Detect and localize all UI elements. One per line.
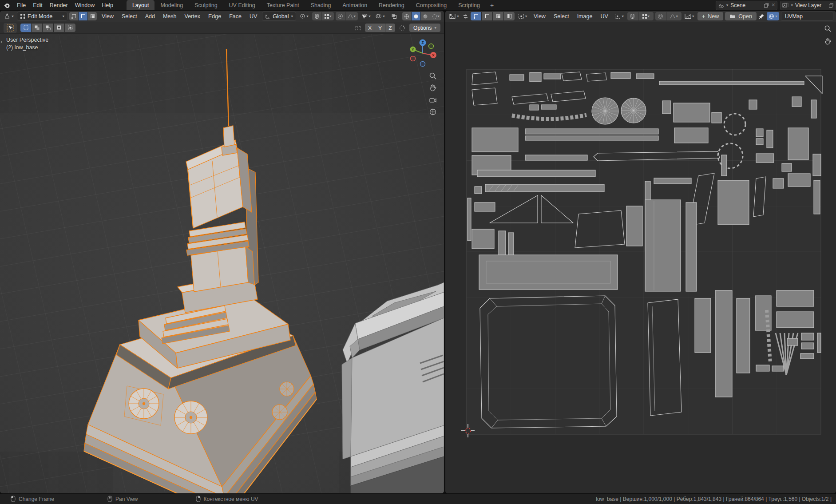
menu-uv[interactable]: UV — [246, 13, 260, 20]
proportional-editing-icon[interactable] — [655, 12, 666, 20]
uvmap-icon — [769, 13, 774, 19]
menu-vertex[interactable]: Vertex — [182, 13, 203, 20]
tab-sculpting[interactable]: Sculpting — [189, 0, 223, 10]
mouse-left-icon — [11, 496, 16, 502]
tab-layout[interactable]: Layout — [127, 0, 155, 10]
open-image-button[interactable]: Open — [725, 12, 757, 20]
options-dropdown[interactable]: Options ▾ — [409, 24, 440, 32]
proportional-editing-icon[interactable] — [336, 12, 345, 20]
uvmap-name-field[interactable]: UVMap — [781, 12, 833, 21]
tab-rendering[interactable]: Rendering — [373, 0, 410, 10]
select-intersect-icon[interactable] — [65, 24, 75, 32]
transform-orientation-dropdown[interactable]: Global ▾ — [262, 12, 296, 21]
falloff-dropdown[interactable]: ▾ — [345, 12, 358, 20]
menu-window[interactable]: Window — [71, 2, 98, 8]
pin-icon[interactable] — [758, 13, 765, 20]
menu-edge[interactable]: Edge — [205, 13, 224, 20]
menu-edit[interactable]: Edit — [29, 2, 46, 8]
active-tool-select-box[interactable] — [4, 23, 17, 33]
uv-island-select-icon[interactable] — [504, 12, 515, 20]
pivot-point-dropdown[interactable]: ▾ — [298, 12, 310, 20]
chevron-down-icon: ▾ — [291, 15, 293, 18]
select-extend-icon[interactable] — [32, 24, 42, 32]
tab-modeling[interactable]: Modeling — [155, 0, 189, 10]
sticky-select-dropdown[interactable]: ▾ — [516, 12, 529, 20]
face-select-icon[interactable] — [88, 12, 97, 20]
uv-sync-icon[interactable] — [462, 13, 469, 20]
blender-window: File Edit Render Window Help Layout Mode… — [0, 0, 836, 504]
copy-icon[interactable] — [764, 3, 769, 8]
menu-help[interactable]: Help — [98, 2, 117, 8]
proportional-falloff-icon[interactable] — [399, 25, 406, 31]
ortho-grid-icon[interactable] — [429, 108, 437, 116]
uv-vertex-select-icon[interactable] — [471, 12, 481, 20]
pan-hand-icon[interactable] — [824, 38, 832, 45]
menu-view[interactable]: View — [531, 13, 549, 20]
toolbar-expand-arrow[interactable]: › — [0, 38, 2, 45]
new-image-button[interactable]: + New — [697, 12, 724, 20]
copy-icon[interactable] — [828, 3, 834, 8]
tab-shading[interactable]: Shading — [305, 0, 337, 10]
shading-rendered-icon[interactable]: ▾ — [430, 12, 441, 20]
zoom-icon[interactable] — [824, 25, 832, 32]
show-gizmo-dropdown[interactable]: ▾ — [360, 12, 372, 20]
edge-select-icon[interactable] — [79, 12, 87, 20]
uv-face-select-icon[interactable] — [493, 12, 503, 20]
tab-compositing[interactable]: Compositing — [410, 0, 452, 10]
menu-mesh[interactable]: Mesh — [160, 13, 180, 20]
snap-magnet-icon[interactable] — [627, 12, 638, 20]
add-workspace-button[interactable]: + — [486, 0, 498, 10]
shading-solid-icon[interactable] — [412, 12, 420, 20]
menu-view[interactable]: View — [99, 13, 117, 20]
blender-logo-icon[interactable] — [0, 2, 13, 8]
mirror-axis-group: X Y Z — [365, 24, 395, 32]
chevron-down-icon: ▾ — [329, 15, 332, 18]
falloff-dropdown[interactable]: ▾ — [666, 12, 681, 20]
menu-select[interactable]: Select — [119, 13, 140, 20]
mirror-y-button[interactable]: Y — [375, 24, 385, 32]
uvmap-type-dropdown[interactable]: ▾ — [767, 12, 779, 20]
camera-view-icon[interactable] — [429, 96, 437, 104]
menu-uv[interactable]: UV — [597, 13, 611, 20]
svg-text:Y: Y — [412, 48, 414, 52]
tab-uv-editing[interactable]: UV Editing — [223, 0, 261, 10]
navigation-gizmo[interactable]: Z X Y — [407, 37, 439, 69]
mirror-x-button[interactable]: X — [365, 24, 375, 32]
view-layer-selector[interactable]: ▾ View Layer — [780, 1, 836, 10]
3d-viewport-canvas[interactable]: › User Perspective (2) low_base Z X Y — [0, 34, 444, 493]
snap-magnet-icon[interactable] — [312, 12, 321, 20]
uv-pivot-dropdown[interactable]: ▾ — [613, 12, 626, 20]
tool-settings-bar: X Y Z Options ▾ — [0, 22, 444, 34]
image-browse-dropdown[interactable]: ▾ — [683, 12, 696, 20]
scene-selector[interactable]: ▾ Scene ✕ — [716, 1, 778, 10]
tab-texture-paint[interactable]: Texture Paint — [261, 0, 305, 10]
vertex-select-icon[interactable] — [69, 12, 78, 20]
uv-canvas[interactable] — [445, 22, 836, 493]
menu-render[interactable]: Render — [46, 2, 71, 8]
tab-animation[interactable]: Animation — [337, 0, 373, 10]
editor-type-button[interactable]: ▾ — [448, 12, 460, 20]
select-invert-icon[interactable] — [54, 24, 64, 32]
select-set-icon[interactable] — [20, 24, 31, 32]
select-subtract-icon[interactable] — [43, 24, 53, 32]
close-icon[interactable]: ✕ — [771, 2, 775, 8]
menu-face[interactable]: Face — [226, 13, 245, 20]
mode-dropdown[interactable]: Edit Mode ▾ — [17, 12, 67, 21]
xray-toggle[interactable] — [388, 12, 400, 20]
zoom-icon[interactable] — [429, 72, 437, 80]
overlays-dropdown[interactable]: ▾ — [374, 12, 386, 20]
menu-add[interactable]: Add — [142, 13, 158, 20]
menu-image[interactable]: Image — [574, 13, 596, 20]
svg-text:X: X — [432, 53, 435, 57]
menu-select[interactable]: Select — [551, 13, 572, 20]
mirror-z-button[interactable]: Z — [385, 24, 395, 32]
tab-scripting[interactable]: Scripting — [452, 0, 486, 10]
menu-file[interactable]: File — [13, 2, 29, 8]
shading-wireframe-icon[interactable] — [402, 12, 411, 20]
snap-target-dropdown[interactable]: ▾ — [321, 12, 334, 20]
uv-edge-select-icon[interactable] — [482, 12, 492, 20]
pan-hand-icon[interactable] — [429, 84, 437, 92]
shading-material-icon[interactable] — [421, 12, 430, 20]
editor-type-button[interactable]: ▾ — [3, 12, 15, 20]
snap-target-dropdown[interactable]: ▾ — [638, 12, 654, 20]
